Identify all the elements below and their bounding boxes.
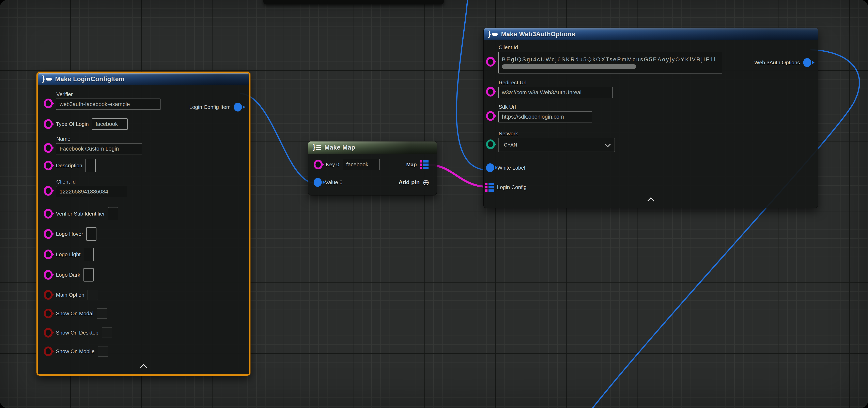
show-on-modal-checkbox[interactable] — [97, 308, 107, 319]
node-title: Make LoginConfigItem — [55, 75, 124, 83]
white-label-pin[interactable] — [486, 163, 494, 172]
verifier-sub-identifier-input[interactable] — [108, 207, 118, 220]
web3auth-options-output-pin[interactable] — [803, 58, 811, 67]
verifier-pin[interactable] — [44, 99, 53, 108]
show-on-modal-pin[interactable] — [44, 309, 53, 318]
description-input[interactable] — [86, 159, 96, 172]
node-title: Make Web3AuthOptions — [501, 31, 575, 38]
login-config-item-output-pin[interactable] — [234, 103, 242, 111]
sdk-url-pin[interactable] — [486, 111, 495, 121]
node-make-map[interactable]: } Make Map Key 0 facebook Map Value 0 — [308, 141, 437, 196]
login-config-pin[interactable] — [485, 183, 494, 192]
client-id-pin[interactable] — [44, 186, 53, 196]
add-pin-button[interactable]: Add pin ⊕ — [399, 178, 429, 186]
blueprint-graph-canvas[interactable]: } Make LoginConfigItem Login Config Item… — [0, 0, 868, 408]
logo-light-pin[interactable] — [44, 249, 53, 259]
client-id-input[interactable]: BEglQSgt4cUWcj6SKRdu5QkOXTsePmMcusG5EAoy… — [498, 52, 722, 73]
client-id-input[interactable]: 1222658941886084 — [56, 186, 127, 197]
horizontal-scrollbar[interactable] — [502, 64, 636, 69]
network-pin[interactable] — [486, 139, 495, 149]
main-option-checkbox[interactable] — [88, 290, 98, 300]
description-pin[interactable] — [44, 161, 53, 170]
collapse-node-button[interactable] — [484, 198, 818, 203]
name-pin[interactable] — [44, 143, 53, 153]
node-make-loginconfigitem[interactable]: } Make LoginConfigItem Login Config Item… — [36, 72, 250, 376]
wire-top-to-whitelabel — [457, 0, 488, 170]
show-on-mobile-checkbox[interactable] — [98, 346, 108, 356]
collapse-node-button[interactable] — [38, 365, 249, 370]
network-dropdown[interactable]: CYAN — [498, 138, 615, 152]
key0-pin[interactable] — [314, 160, 322, 169]
node-make-web3authoptions[interactable]: } Make Web3AuthOptions Web 3Auth Options… — [483, 28, 818, 208]
logo-hover-input[interactable] — [86, 227, 96, 241]
make-map-icon: } — [313, 143, 321, 152]
type-of-login-input[interactable]: facebook — [92, 118, 128, 130]
show-on-desktop-pin[interactable] — [44, 328, 53, 338]
logo-hover-pin[interactable] — [44, 229, 53, 239]
verifier-input[interactable]: web3auth-facebook-example — [56, 99, 160, 110]
logo-dark-input[interactable] — [84, 268, 94, 281]
redirect-url-pin[interactable] — [486, 87, 495, 97]
value0-pin[interactable] — [314, 178, 322, 187]
node-header: } Make Map — [308, 141, 437, 154]
logo-dark-pin[interactable] — [44, 270, 53, 280]
chevron-down-icon — [605, 141, 611, 147]
map-output-pin[interactable] — [420, 160, 429, 169]
show-on-mobile-pin[interactable] — [44, 346, 53, 356]
redirect-url-input[interactable]: w3a://com.w3a.Web3AuthUnreal — [498, 87, 613, 98]
sdk-url-input[interactable]: https://sdk.openlogin.com — [498, 111, 592, 123]
logo-light-input[interactable] — [84, 248, 94, 261]
chevron-up-icon — [140, 364, 147, 371]
make-struct-icon: } — [42, 75, 52, 83]
make-struct-icon: } — [488, 30, 498, 38]
main-option-pin[interactable] — [44, 290, 53, 300]
plus-circle-icon: ⊕ — [423, 178, 429, 186]
wire-loginconfigitem-to-value0 — [240, 94, 315, 183]
key0-input[interactable]: facebook — [343, 159, 380, 170]
show-on-desktop-checkbox[interactable] — [102, 328, 112, 338]
type-of-login-pin[interactable] — [44, 119, 53, 129]
node-header: } Make LoginConfigItem — [38, 73, 249, 85]
chevron-up-icon — [647, 197, 654, 204]
verifier-sub-identifier-pin[interactable] — [44, 209, 53, 218]
output-web3auth-options[interactable]: Web 3Auth Options — [754, 58, 811, 67]
node-header: } Make Web3AuthOptions — [484, 28, 818, 40]
output-login-config-item[interactable]: Login Config Item — [189, 103, 242, 111]
client-id-pin[interactable] — [486, 57, 495, 67]
name-input[interactable]: Facebook Custom Login — [56, 143, 142, 155]
node-title: Make Map — [324, 144, 355, 151]
